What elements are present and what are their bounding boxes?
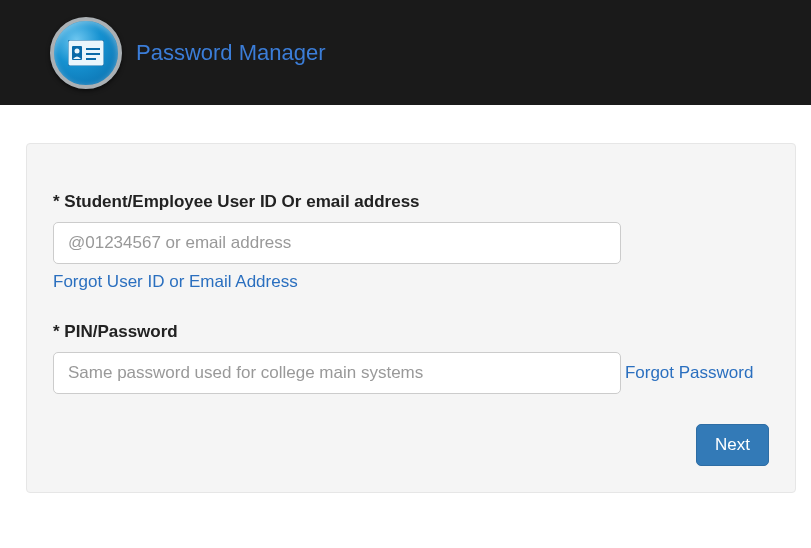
password-label: * PIN/Password — [53, 322, 769, 342]
app-title: Password Manager — [136, 40, 326, 66]
button-row: Next — [53, 424, 769, 466]
app-header: Password Manager — [0, 0, 811, 105]
id-card-icon — [50, 17, 122, 89]
userid-group: * Student/Employee User ID Or email addr… — [53, 192, 769, 292]
userid-input[interactable] — [53, 222, 621, 264]
password-group: * PIN/Password Forgot Password — [53, 322, 769, 394]
userid-label: * Student/Employee User ID Or email addr… — [53, 192, 769, 212]
brand: Password Manager — [50, 17, 326, 89]
forgot-password-link[interactable]: Forgot Password — [625, 363, 754, 383]
svg-point-2 — [75, 48, 80, 53]
next-button[interactable]: Next — [696, 424, 769, 466]
password-input[interactable] — [53, 352, 621, 394]
login-panel: * Student/Employee User ID Or email addr… — [26, 143, 796, 493]
forgot-userid-link[interactable]: Forgot User ID or Email Address — [53, 272, 298, 292]
